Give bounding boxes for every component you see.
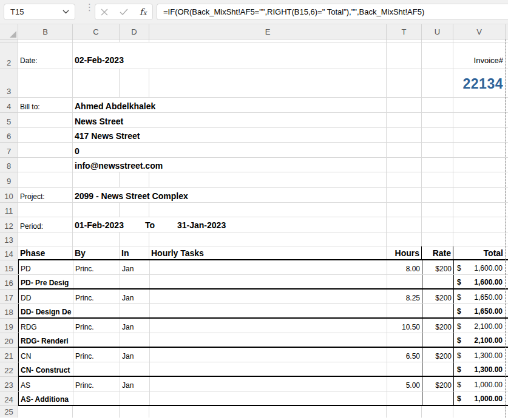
cell[interactable] (453, 232, 506, 246)
cell-subtotal-label[interactable]: RDG- Renderi (18, 333, 73, 347)
cell-subtotal-label[interactable]: PD- Pre Desig (18, 275, 73, 288)
cell[interactable] (422, 217, 453, 232)
cell-hours[interactable]: 8.00 (387, 260, 422, 274)
cell[interactable] (18, 203, 73, 217)
cell[interactable] (453, 39, 506, 42)
formula-input[interactable]: =IF(OR(Back_MixSht!AF5="",RIGHT(B15,6)="… (157, 4, 508, 20)
cell-header-by[interactable]: By (73, 246, 120, 259)
cell[interactable] (73, 304, 120, 317)
cell-total[interactable]: $ 1,650.00 (454, 290, 506, 303)
column-header-V[interactable]: V (453, 24, 506, 39)
cell-header-tasks[interactable]: Hourly Tasks (149, 246, 387, 259)
row-header-12[interactable]: 12 (0, 217, 18, 232)
cell-billto-name[interactable]: Ahmed Abdelkhalek (73, 98, 387, 112)
cell[interactable] (18, 406, 73, 418)
cell[interactable] (120, 333, 150, 347)
cell[interactable] (73, 39, 120, 42)
column-header-C[interactable]: C (73, 24, 120, 39)
cell[interactable] (18, 158, 73, 172)
cell[interactable] (150, 362, 387, 376)
cell-period-value[interactable]: 01-Feb-2023 To 31-Jan-2023 (73, 217, 387, 232)
cell[interactable] (120, 203, 149, 217)
cell-subtotal-label[interactable]: CN- Construct (18, 362, 73, 376)
cell[interactable] (453, 217, 506, 232)
cell[interactable] (387, 39, 422, 42)
cell-total[interactable]: $ 2,100.00 (454, 319, 506, 333)
cell[interactable] (387, 304, 422, 317)
cell-by[interactable]: Princ. (73, 319, 120, 333)
row-header-24[interactable]: 24 (0, 391, 18, 406)
cell-phase[interactable]: CN (18, 348, 73, 362)
cell-tasks[interactable] (150, 260, 387, 274)
cell[interactable] (18, 113, 73, 127)
cell[interactable] (120, 362, 150, 376)
row-header-8[interactable]: 8 (0, 158, 18, 172)
cell-header-rate[interactable]: Rate (422, 246, 453, 259)
cell[interactable] (73, 391, 120, 405)
cell[interactable] (120, 232, 149, 246)
row-header-20[interactable]: 20 (0, 333, 18, 348)
cell[interactable] (422, 39, 453, 42)
column-header-E[interactable]: E (149, 24, 387, 39)
cell[interactable] (387, 42, 422, 69)
cell-phase[interactable]: PD (18, 260, 73, 274)
cell[interactable] (453, 143, 506, 157)
cell[interactable] (73, 275, 120, 288)
cell-subtotal-label[interactable]: AS- Additiona (18, 391, 73, 405)
cell[interactable] (387, 188, 422, 202)
cell-billto-address[interactable]: 417 News Street (73, 128, 387, 142)
cell[interactable] (387, 275, 422, 288)
cell-invoice-label[interactable]: Invoice# (453, 42, 506, 69)
cell[interactable] (422, 98, 453, 112)
cell[interactable] (387, 98, 422, 112)
cell[interactable] (149, 172, 387, 187)
cell[interactable] (120, 69, 149, 97)
cell-tasks[interactable] (150, 377, 387, 391)
cell-by[interactable]: Princ. (73, 348, 120, 362)
cell[interactable] (422, 232, 453, 246)
cell[interactable] (73, 362, 120, 376)
cell-month[interactable]: Jan (120, 319, 150, 333)
cell[interactable] (422, 391, 454, 405)
cell[interactable] (387, 406, 422, 418)
cell-billto-phone[interactable]: 0 (73, 143, 387, 157)
cell[interactable] (422, 172, 453, 187)
cell[interactable] (453, 113, 506, 127)
cell-date-label[interactable]: Date: (18, 42, 73, 69)
cell-rate[interactable]: $200 (422, 319, 454, 333)
cell-hours[interactable]: 5.00 (387, 377, 422, 391)
cell[interactable] (453, 98, 506, 112)
cell[interactable] (422, 406, 453, 418)
cell-rate[interactable]: $200 (422, 377, 454, 391)
cell[interactable] (18, 232, 73, 246)
cell[interactable] (422, 113, 453, 127)
row-header-16[interactable]: 16 (0, 275, 18, 290)
row-header-3[interactable]: 3 (0, 69, 18, 98)
cell-header-total[interactable]: Total (453, 246, 506, 259)
cell[interactable] (387, 362, 422, 376)
insert-function-fx-icon[interactable]: fx (140, 7, 147, 18)
cell[interactable] (18, 39, 73, 42)
cell-phase[interactable]: RDG (18, 319, 73, 333)
cell[interactable] (18, 172, 73, 187)
column-header-B[interactable]: B (18, 24, 73, 39)
row-header-14[interactable]: 14 (0, 246, 18, 260)
cell[interactable] (73, 406, 120, 418)
cell[interactable] (150, 333, 387, 347)
cell-invoice-number[interactable]: 22134 (453, 69, 506, 97)
cell[interactable] (422, 128, 453, 142)
cell[interactable] (422, 158, 453, 172)
cell[interactable] (387, 143, 422, 157)
cell-hours[interactable]: 8.25 (387, 290, 422, 303)
name-box[interactable]: T15 (4, 4, 75, 20)
cell[interactable] (149, 39, 387, 42)
row-header-19[interactable]: 19 (0, 319, 18, 333)
column-header-U[interactable]: U (422, 24, 453, 39)
cell-billto-company[interactable]: News Street (73, 113, 387, 127)
cell[interactable] (387, 128, 422, 142)
row-header-25[interactable]: 25 (0, 406, 18, 418)
cell[interactable] (120, 275, 150, 288)
column-header-D[interactable]: D (120, 24, 149, 39)
cell-subtotal-amount[interactable]: $ 1,000.00 (454, 391, 506, 405)
cell[interactable] (150, 275, 387, 288)
